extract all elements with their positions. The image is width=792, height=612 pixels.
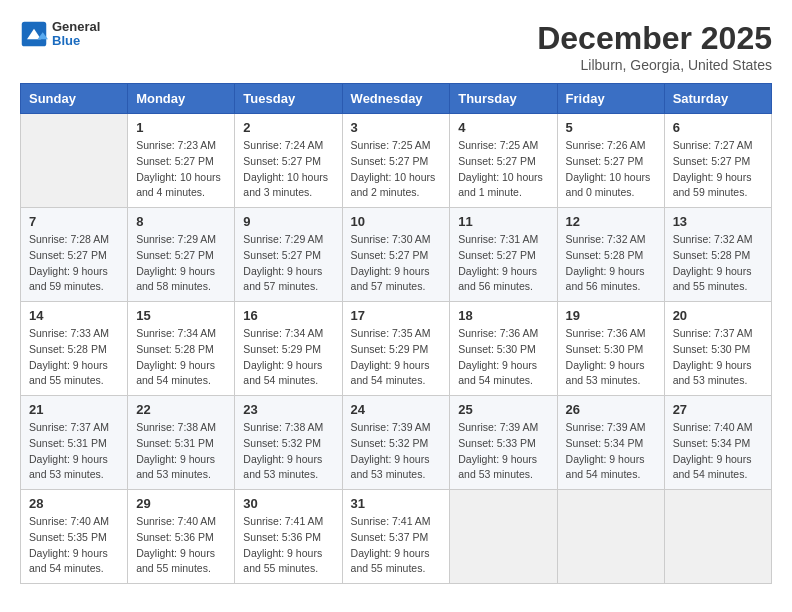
day-info: Sunrise: 7:27 AM Sunset: 5:27 PM Dayligh… [673,138,763,201]
logo-text: General Blue [52,20,100,49]
calendar-cell: 5Sunrise: 7:26 AM Sunset: 5:27 PM Daylig… [557,114,664,208]
calendar-cell: 18Sunrise: 7:36 AM Sunset: 5:30 PM Dayli… [450,302,557,396]
day-info: Sunrise: 7:39 AM Sunset: 5:33 PM Dayligh… [458,420,548,483]
day-info: Sunrise: 7:40 AM Sunset: 5:34 PM Dayligh… [673,420,763,483]
calendar-cell: 23Sunrise: 7:38 AM Sunset: 5:32 PM Dayli… [235,396,342,490]
calendar-cell: 25Sunrise: 7:39 AM Sunset: 5:33 PM Dayli… [450,396,557,490]
calendar-cell: 4Sunrise: 7:25 AM Sunset: 5:27 PM Daylig… [450,114,557,208]
day-info: Sunrise: 7:38 AM Sunset: 5:32 PM Dayligh… [243,420,333,483]
weekday-header-sunday: Sunday [21,84,128,114]
day-number: 22 [136,402,226,417]
weekday-header-friday: Friday [557,84,664,114]
calendar-cell: 26Sunrise: 7:39 AM Sunset: 5:34 PM Dayli… [557,396,664,490]
calendar-cell: 9Sunrise: 7:29 AM Sunset: 5:27 PM Daylig… [235,208,342,302]
day-number: 15 [136,308,226,323]
day-number: 20 [673,308,763,323]
calendar-cell: 10Sunrise: 7:30 AM Sunset: 5:27 PM Dayli… [342,208,450,302]
weekday-header-row: SundayMondayTuesdayWednesdayThursdayFrid… [21,84,772,114]
day-info: Sunrise: 7:40 AM Sunset: 5:35 PM Dayligh… [29,514,119,577]
calendar-cell: 31Sunrise: 7:41 AM Sunset: 5:37 PM Dayli… [342,490,450,584]
day-number: 31 [351,496,442,511]
day-info: Sunrise: 7:39 AM Sunset: 5:32 PM Dayligh… [351,420,442,483]
calendar-cell: 19Sunrise: 7:36 AM Sunset: 5:30 PM Dayli… [557,302,664,396]
day-info: Sunrise: 7:31 AM Sunset: 5:27 PM Dayligh… [458,232,548,295]
day-info: Sunrise: 7:23 AM Sunset: 5:27 PM Dayligh… [136,138,226,201]
weekday-header-wednesday: Wednesday [342,84,450,114]
calendar-cell: 13Sunrise: 7:32 AM Sunset: 5:28 PM Dayli… [664,208,771,302]
day-info: Sunrise: 7:30 AM Sunset: 5:27 PM Dayligh… [351,232,442,295]
day-number: 3 [351,120,442,135]
logo: General Blue [20,20,100,49]
calendar-cell: 8Sunrise: 7:29 AM Sunset: 5:27 PM Daylig… [128,208,235,302]
month-title: December 2025 [537,20,772,57]
calendar-cell: 17Sunrise: 7:35 AM Sunset: 5:29 PM Dayli… [342,302,450,396]
calendar-cell [21,114,128,208]
calendar-cell: 1Sunrise: 7:23 AM Sunset: 5:27 PM Daylig… [128,114,235,208]
day-info: Sunrise: 7:24 AM Sunset: 5:27 PM Dayligh… [243,138,333,201]
logo-blue: Blue [52,34,100,48]
day-number: 1 [136,120,226,135]
day-info: Sunrise: 7:36 AM Sunset: 5:30 PM Dayligh… [458,326,548,389]
day-number: 2 [243,120,333,135]
calendar-cell: 12Sunrise: 7:32 AM Sunset: 5:28 PM Dayli… [557,208,664,302]
calendar-cell: 21Sunrise: 7:37 AM Sunset: 5:31 PM Dayli… [21,396,128,490]
day-number: 11 [458,214,548,229]
calendar-cell: 30Sunrise: 7:41 AM Sunset: 5:36 PM Dayli… [235,490,342,584]
location: Lilburn, Georgia, United States [537,57,772,73]
calendar-cell: 22Sunrise: 7:38 AM Sunset: 5:31 PM Dayli… [128,396,235,490]
day-number: 10 [351,214,442,229]
day-info: Sunrise: 7:39 AM Sunset: 5:34 PM Dayligh… [566,420,656,483]
day-number: 28 [29,496,119,511]
calendar-cell: 24Sunrise: 7:39 AM Sunset: 5:32 PM Dayli… [342,396,450,490]
day-number: 5 [566,120,656,135]
calendar-cell [557,490,664,584]
day-number: 13 [673,214,763,229]
calendar-cell: 7Sunrise: 7:28 AM Sunset: 5:27 PM Daylig… [21,208,128,302]
day-info: Sunrise: 7:29 AM Sunset: 5:27 PM Dayligh… [136,232,226,295]
day-info: Sunrise: 7:29 AM Sunset: 5:27 PM Dayligh… [243,232,333,295]
day-number: 25 [458,402,548,417]
day-number: 23 [243,402,333,417]
day-number: 26 [566,402,656,417]
calendar-cell: 2Sunrise: 7:24 AM Sunset: 5:27 PM Daylig… [235,114,342,208]
day-info: Sunrise: 7:41 AM Sunset: 5:37 PM Dayligh… [351,514,442,577]
day-info: Sunrise: 7:25 AM Sunset: 5:27 PM Dayligh… [351,138,442,201]
calendar-cell: 16Sunrise: 7:34 AM Sunset: 5:29 PM Dayli… [235,302,342,396]
calendar-cell: 27Sunrise: 7:40 AM Sunset: 5:34 PM Dayli… [664,396,771,490]
day-number: 18 [458,308,548,323]
day-info: Sunrise: 7:40 AM Sunset: 5:36 PM Dayligh… [136,514,226,577]
calendar-cell: 3Sunrise: 7:25 AM Sunset: 5:27 PM Daylig… [342,114,450,208]
day-number: 4 [458,120,548,135]
day-number: 14 [29,308,119,323]
week-row-2: 7Sunrise: 7:28 AM Sunset: 5:27 PM Daylig… [21,208,772,302]
day-number: 7 [29,214,119,229]
day-number: 21 [29,402,119,417]
day-number: 19 [566,308,656,323]
title-section: December 2025 Lilburn, Georgia, United S… [537,20,772,73]
weekday-header-tuesday: Tuesday [235,84,342,114]
day-info: Sunrise: 7:25 AM Sunset: 5:27 PM Dayligh… [458,138,548,201]
day-info: Sunrise: 7:33 AM Sunset: 5:28 PM Dayligh… [29,326,119,389]
day-number: 29 [136,496,226,511]
calendar-cell: 6Sunrise: 7:27 AM Sunset: 5:27 PM Daylig… [664,114,771,208]
day-info: Sunrise: 7:32 AM Sunset: 5:28 PM Dayligh… [566,232,656,295]
calendar: SundayMondayTuesdayWednesdayThursdayFrid… [20,83,772,584]
weekday-header-saturday: Saturday [664,84,771,114]
calendar-cell [664,490,771,584]
calendar-cell: 20Sunrise: 7:37 AM Sunset: 5:30 PM Dayli… [664,302,771,396]
day-info: Sunrise: 7:35 AM Sunset: 5:29 PM Dayligh… [351,326,442,389]
week-row-5: 28Sunrise: 7:40 AM Sunset: 5:35 PM Dayli… [21,490,772,584]
day-number: 9 [243,214,333,229]
calendar-cell: 15Sunrise: 7:34 AM Sunset: 5:28 PM Dayli… [128,302,235,396]
day-info: Sunrise: 7:34 AM Sunset: 5:29 PM Dayligh… [243,326,333,389]
day-info: Sunrise: 7:41 AM Sunset: 5:36 PM Dayligh… [243,514,333,577]
day-number: 6 [673,120,763,135]
week-row-1: 1Sunrise: 7:23 AM Sunset: 5:27 PM Daylig… [21,114,772,208]
day-number: 17 [351,308,442,323]
day-number: 12 [566,214,656,229]
day-info: Sunrise: 7:37 AM Sunset: 5:30 PM Dayligh… [673,326,763,389]
day-number: 24 [351,402,442,417]
day-number: 16 [243,308,333,323]
calendar-cell [450,490,557,584]
day-number: 27 [673,402,763,417]
